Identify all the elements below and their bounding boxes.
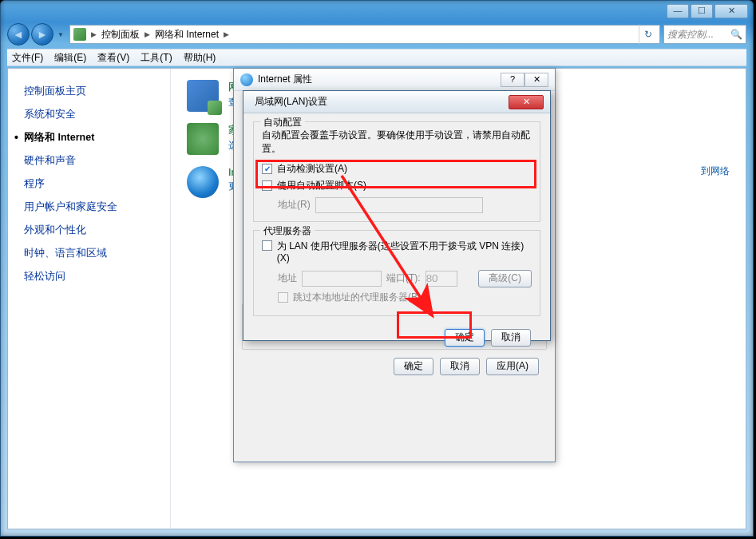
sidebar-item-system[interactable]: 系统和安全 bbox=[24, 103, 164, 126]
sidebar-item-ease[interactable]: 轻松访问 bbox=[24, 265, 164, 288]
proxy-port-label: 端口(T): bbox=[386, 271, 421, 285]
apply-button[interactable]: 应用(A) bbox=[486, 358, 539, 375]
cancel-button[interactable]: 取消 bbox=[491, 329, 531, 347]
use-script-label: 使用自动配置脚本(S) bbox=[277, 179, 366, 192]
search-input[interactable]: 搜索控制... 🔍 bbox=[663, 25, 746, 44]
menu-help[interactable]: 帮助(H) bbox=[184, 51, 216, 65]
script-address-input bbox=[315, 197, 483, 213]
auto-detect-row[interactable]: ✔ 自动检测设置(A) bbox=[262, 162, 532, 176]
bypass-local-label: 跳过本地地址的代理服务器(B) bbox=[293, 291, 421, 304]
bypass-local-row: 跳过本地地址的代理服务器(B) bbox=[278, 291, 532, 304]
menubar: 文件(F) 编辑(E) 查看(V) 工具(T) 帮助(H) bbox=[7, 49, 746, 66]
advanced-button: 高级(C) bbox=[478, 270, 532, 287]
breadcrumb[interactable]: ▶ 控制面板 ▶ 网络和 Internet ▶ ↻ bbox=[69, 25, 660, 44]
menu-tools[interactable]: 工具(T) bbox=[141, 51, 172, 65]
script-address-row: 地址(R) bbox=[278, 197, 532, 213]
sidebar-item-programs[interactable]: 程序 bbox=[24, 172, 164, 196]
search-placeholder: 搜索控制... bbox=[667, 28, 714, 42]
globe-icon bbox=[240, 73, 253, 86]
proxy-address-input bbox=[302, 271, 382, 287]
menu-file[interactable]: 文件(F) bbox=[12, 51, 43, 65]
network-sharing-icon bbox=[187, 80, 219, 112]
nav-strip: ◄ ► ▼ ▶ 控制面板 ▶ 网络和 Internet ▶ ↻ 搜索控制... … bbox=[7, 22, 746, 47]
dialog-close-button[interactable]: ✕ bbox=[524, 73, 548, 87]
dialog-title: Internet 属性 bbox=[258, 73, 312, 86]
auto-detect-checkbox[interactable]: ✔ bbox=[262, 164, 272, 174]
dialog-close-button[interactable]: ✕ bbox=[509, 95, 544, 109]
lan-settings-dialog: 局域网(LAN)设置 ✕ 自动配置 自动配置会覆盖手动设置。要确保使用手动设置，… bbox=[243, 90, 551, 341]
proxy-port-input bbox=[425, 271, 457, 287]
menu-edit[interactable]: 编辑(E) bbox=[54, 51, 86, 65]
dialog-title: 局域网(LAN)设置 bbox=[255, 95, 327, 109]
ok-button[interactable]: 确定 bbox=[445, 329, 485, 347]
use-proxy-row[interactable]: 为 LAN 使用代理服务器(这些设置不用于拨号或 VPN 连接)(X) bbox=[262, 240, 532, 265]
ok-button[interactable]: 确定 bbox=[394, 358, 433, 375]
use-script-checkbox[interactable] bbox=[262, 180, 272, 191]
sidebar-item-hardware[interactable]: 硬件和声音 bbox=[24, 149, 164, 172]
use-proxy-checkbox[interactable] bbox=[262, 240, 272, 251]
dialog-titlebar: Internet 属性 ? ✕ bbox=[234, 69, 555, 91]
breadcrumb-sub[interactable]: 网络和 Internet bbox=[155, 28, 219, 42]
sidebar-item-network[interactable]: 网络和 Internet bbox=[24, 126, 164, 149]
auto-config-group: 自动配置 自动配置会覆盖手动设置。要确保使用手动设置，请禁用自动配置。 ✔ 自动… bbox=[253, 121, 540, 222]
right-link[interactable]: 到网络 bbox=[701, 164, 730, 178]
homegroup-icon bbox=[187, 123, 219, 155]
group-title: 自动配置 bbox=[260, 116, 305, 129]
bypass-local-checkbox bbox=[278, 292, 288, 303]
maximize-button[interactable]: ☐ bbox=[691, 4, 713, 18]
help-button[interactable]: ? bbox=[501, 73, 524, 87]
auto-detect-label: 自动检测设置(A) bbox=[277, 162, 347, 176]
chevron-right-icon: ▶ bbox=[91, 30, 97, 38]
internet-options-icon bbox=[187, 166, 219, 198]
chevron-right-icon: ▶ bbox=[144, 30, 150, 38]
use-script-row[interactable]: 使用自动配置脚本(S) bbox=[262, 179, 532, 192]
titlebar: — ☐ ✕ bbox=[1, 1, 753, 22]
control-panel-icon bbox=[73, 28, 86, 41]
sidebar-item-users[interactable]: 用户帐户和家庭安全 bbox=[24, 196, 164, 219]
history-dropdown[interactable]: ▼ bbox=[55, 23, 66, 46]
back-button[interactable]: ◄ bbox=[7, 23, 30, 46]
menu-view[interactable]: 查看(V) bbox=[97, 51, 129, 65]
chevron-right-icon: ▶ bbox=[224, 30, 229, 38]
refresh-icon[interactable]: ↻ bbox=[639, 25, 656, 44]
group-title: 代理服务器 bbox=[260, 224, 315, 238]
sidebar-item-home[interactable]: 控制面板主页 bbox=[24, 80, 164, 103]
sidebar-item-clock[interactable]: 时钟、语言和区域 bbox=[24, 242, 164, 265]
sidebar-item-appearance[interactable]: 外观和个性化 bbox=[24, 219, 164, 242]
minimize-button[interactable]: — bbox=[667, 4, 689, 18]
breadcrumb-root[interactable]: 控制面板 bbox=[101, 28, 140, 42]
dialog-titlebar: 局域网(LAN)设置 ✕ bbox=[243, 91, 550, 113]
auto-config-desc: 自动配置会覆盖手动设置。要确保使用手动设置，请禁用自动配置。 bbox=[262, 129, 532, 156]
cancel-button[interactable]: 取消 bbox=[440, 358, 480, 375]
forward-button[interactable]: ► bbox=[31, 23, 53, 46]
use-proxy-label: 为 LAN 使用代理服务器(这些设置不用于拨号或 VPN 连接)(X) bbox=[277, 240, 532, 265]
search-icon: 🔍 bbox=[730, 29, 742, 40]
close-button[interactable]: ✕ bbox=[714, 4, 748, 18]
proxy-group: 代理服务器 为 LAN 使用代理服务器(这些设置不用于拨号或 VPN 连接)(X… bbox=[253, 230, 540, 316]
proxy-address-label: 地址 bbox=[278, 271, 297, 285]
address-label: 地址(R) bbox=[278, 198, 311, 212]
sidebar: 控制面板主页 系统和安全 网络和 Internet 硬件和声音 程序 用户帐户和… bbox=[8, 69, 171, 529]
